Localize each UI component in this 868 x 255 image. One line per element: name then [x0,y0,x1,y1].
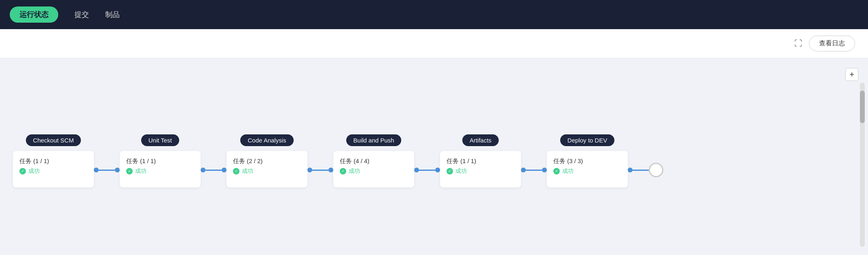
status-text-artifacts: 成功 [455,168,467,175]
stage-label-artifacts: Artifacts [462,134,499,146]
nav-artifact[interactable]: 制品 [105,10,120,19]
pending-dot-left [628,168,633,172]
task-label-unit-test: 任务 (1 / 1) [126,157,194,165]
task-label-artifacts: 任务 (1 / 1) [447,157,514,165]
connector-dot-right [542,168,547,172]
stage-label-code-analysis: Code Analysis [240,134,293,146]
status-icon-artifacts: ✓ [447,168,453,174]
status-icon-deploy-to-dev: ✓ [553,168,560,174]
task-status-build-and-push: ✓成功 [340,168,408,175]
stage-card-unit-test[interactable]: 任务 (1 / 1)✓成功 [120,151,201,187]
pending-line [633,170,649,171]
toolbar: ⛶ 查看日志 [0,29,868,58]
connector-line [419,170,435,171]
connector-4 [521,168,547,172]
stage-checkout-scm[interactable]: Checkout SCM任务 (1 / 1)✓成功 [13,134,94,187]
connector-dot-left [521,168,526,172]
connector-dot-left [414,168,419,172]
pending-connector [628,163,663,177]
expand-button[interactable]: ⛶ [794,39,802,48]
stage-card-checkout-scm[interactable]: 任务 (1 / 1)✓成功 [13,151,94,187]
connector-3 [414,168,440,172]
status-icon-checkout-scm: ✓ [19,168,26,174]
stage-deploy-to-dev[interactable]: Deploy to DEV任务 (3 / 3)✓成功 [547,134,628,187]
nav-submit[interactable]: 提交 [74,10,89,19]
stage-label-build-and-push: Build and Push [346,134,402,146]
task-label-build-and-push: 任务 (4 / 4) [340,157,408,165]
stage-label-unit-test: Unit Test [141,134,179,146]
connector-dot-right [328,168,333,172]
pipeline-flow: Checkout SCM任务 (1 / 1)✓成功Unit Test任务 (1 … [13,118,663,196]
view-log-button[interactable]: 查看日志 [809,36,855,51]
stage-card-artifacts[interactable]: 任务 (1 / 1)✓成功 [440,151,521,187]
pipeline-canvas: + Checkout SCM任务 (1 / 1)✓成功Unit Test任务 (… [0,58,868,255]
connector-dot-left [201,168,205,172]
status-text-code-analysis: 成功 [242,168,253,175]
connector-dot-right [435,168,440,172]
pending-stage-circle [649,163,663,177]
task-label-code-analysis: 任务 (2 / 2) [233,157,301,165]
stage-build-and-push[interactable]: Build and Push任务 (4 / 4)✓成功 [333,134,414,187]
task-status-code-analysis: ✓成功 [233,168,301,175]
status-icon-build-and-push: ✓ [340,168,346,174]
connector-2 [307,168,333,172]
top-navigation: 运行状态 提交 制品 [0,0,868,29]
status-text-deploy-to-dev: 成功 [562,168,574,175]
connector-0 [94,168,120,172]
scrollbar-thumb[interactable] [860,91,865,123]
status-icon-code-analysis: ✓ [233,168,239,174]
task-status-unit-test: ✓成功 [126,168,194,175]
zoom-add-button[interactable]: + [845,68,858,81]
stage-card-build-and-push[interactable]: 任务 (4 / 4)✓成功 [333,151,414,187]
connector-dot-left [94,168,99,172]
connector-dot-right [222,168,227,172]
status-icon-unit-test: ✓ [126,168,133,174]
stage-card-code-analysis[interactable]: 任务 (2 / 2)✓成功 [227,151,307,187]
stage-label-checkout-scm: Checkout SCM [26,134,81,146]
status-text-build-and-push: 成功 [349,168,360,175]
connector-1 [201,168,227,172]
stage-code-analysis[interactable]: Code Analysis任务 (2 / 2)✓成功 [227,134,307,187]
task-status-checkout-scm: ✓成功 [19,168,87,175]
status-text-checkout-scm: 成功 [28,168,40,175]
connector-line [526,170,542,171]
stage-label-deploy-to-dev: Deploy to DEV [560,134,614,146]
stage-artifacts[interactable]: Artifacts任务 (1 / 1)✓成功 [440,134,521,187]
status-text-unit-test: 成功 [135,168,146,175]
connector-dot-right [115,168,120,172]
connector-line [99,170,115,171]
connector-line [312,170,328,171]
task-status-deploy-to-dev: ✓成功 [553,168,621,175]
task-label-checkout-scm: 任务 (1 / 1) [19,157,87,165]
nav-run-status[interactable]: 运行状态 [10,6,58,23]
task-label-deploy-to-dev: 任务 (3 / 3) [553,157,621,165]
connector-line [205,170,222,171]
scrollbar-track [860,83,865,247]
connector-dot-left [307,168,312,172]
task-status-artifacts: ✓成功 [447,168,514,175]
stage-unit-test[interactable]: Unit Test任务 (1 / 1)✓成功 [120,134,201,187]
stage-card-deploy-to-dev[interactable]: 任务 (3 / 3)✓成功 [547,151,628,187]
